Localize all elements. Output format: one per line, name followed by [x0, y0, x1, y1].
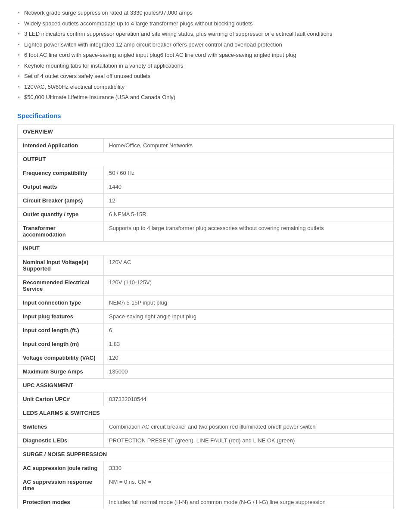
- row-value: NEMA 5-15P input plug: [104, 296, 394, 309]
- row-label: Input cord length (m): [18, 337, 104, 351]
- group-header: OVERVIEW: [18, 124, 394, 138]
- row-label: Nominal Input Voltage(s) Supported: [18, 255, 104, 275]
- row-value: 120V AC: [104, 255, 394, 275]
- row-label: Frequency compatibility: [18, 166, 104, 180]
- row-value: Supports up to 4 large transformer plug …: [104, 221, 394, 241]
- table-row: Input connection typeNEMA 5-15P input pl…: [18, 296, 394, 309]
- row-value: Home/Office, Computer Networks: [104, 138, 394, 152]
- group-header: UPC ASSIGNMENT: [18, 378, 394, 392]
- row-value: NM = 0 ns. CM =: [104, 475, 394, 495]
- feature-list: Network grade surge suppression rated at…: [17, 9, 394, 102]
- group-header: LEDS ALARMS & SWITCHES: [18, 406, 394, 420]
- table-row: AC suppression joule rating3330: [18, 461, 394, 475]
- row-value: 6 NEMA 5-15R: [104, 207, 394, 221]
- table-row: Unit Carton UPC#037332010544: [18, 392, 394, 406]
- table-row: Input cord length (ft.)6: [18, 323, 394, 337]
- row-label: Switches: [18, 420, 104, 433]
- feature-item: Widely spaced outlets accommodate up to …: [17, 19, 394, 28]
- row-label: Intended Application: [18, 138, 104, 152]
- specifications-table: OVERVIEWIntended ApplicationHome/Office,…: [17, 124, 394, 509]
- table-row: Output watts1440: [18, 180, 394, 193]
- row-label: Protection modes: [18, 495, 104, 509]
- row-label: Input plug features: [18, 309, 104, 323]
- table-row: Maximum Surge Amps135000: [18, 364, 394, 378]
- table-row: SwitchesCombination AC circuit breaker a…: [18, 420, 394, 433]
- table-row: Intended ApplicationHome/Office, Compute…: [18, 138, 394, 152]
- group-header: INPUT: [18, 241, 394, 255]
- table-row: Circuit Breaker (amps)12: [18, 193, 394, 207]
- feature-item: 3 LED indicators confirm suppressor oper…: [17, 30, 394, 38]
- row-label: Input cord length (ft.): [18, 323, 104, 337]
- table-row: Input plug featuresSpace-saving right an…: [18, 309, 394, 323]
- row-label: Maximum Surge Amps: [18, 364, 104, 378]
- feature-item: $50,000 Ultimate Lifetime Insurance (USA…: [17, 93, 394, 102]
- table-row: AC suppression response timeNM = 0 ns. C…: [18, 475, 394, 495]
- feature-item: 120VAC, 50/60Hz electrical compatibility: [17, 83, 394, 91]
- table-row: Frequency compatibility50 / 60 Hz: [18, 166, 394, 180]
- row-value: PROTECTION PRESENT (green), LINE FAULT (…: [104, 433, 394, 447]
- table-row: Recommended Electrical Service120V (110-…: [18, 275, 394, 296]
- row-value: 037332010544: [104, 392, 394, 406]
- row-value: 50 / 60 Hz: [104, 166, 394, 180]
- row-label: AC suppression joule rating: [18, 461, 104, 475]
- row-label: Recommended Electrical Service: [18, 275, 104, 296]
- row-label: Unit Carton UPC#: [18, 392, 104, 406]
- table-row: Diagnostic LEDsPROTECTION PRESENT (green…: [18, 433, 394, 447]
- row-value: 6: [104, 323, 394, 337]
- row-value: 3330: [104, 461, 394, 475]
- row-label: AC suppression response time: [18, 475, 104, 495]
- group-header: OUTPUT: [18, 152, 394, 166]
- table-row: Transformer accommodationSupports up to …: [18, 221, 394, 241]
- row-value: Space-saving right angle input plug: [104, 309, 394, 323]
- row-value: 1.83: [104, 337, 394, 351]
- table-row: Outlet quantity / type6 NEMA 5-15R: [18, 207, 394, 221]
- row-label: Output watts: [18, 180, 104, 193]
- row-value: Includes full normal mode (H-N) and comm…: [104, 495, 394, 509]
- table-row: Protection modesIncludes full normal mod…: [18, 495, 394, 509]
- specifications-title: Specifications: [17, 112, 394, 119]
- row-value: 120V (110-125V): [104, 275, 394, 296]
- table-row: Input cord length (m)1.83: [18, 337, 394, 351]
- row-value: 135000: [104, 364, 394, 378]
- row-label: Outlet quantity / type: [18, 207, 104, 221]
- feature-item: Set of 4 outlet covers safely seal off u…: [17, 72, 394, 81]
- row-label: Input connection type: [18, 296, 104, 309]
- row-value: 12: [104, 193, 394, 207]
- feature-item: Network grade surge suppression rated at…: [17, 9, 394, 17]
- row-label: Transformer accommodation: [18, 221, 104, 241]
- feature-item: Lighted power switch with integrated 12 …: [17, 40, 394, 49]
- row-label: Circuit Breaker (amps): [18, 193, 104, 207]
- row-value: 1440: [104, 180, 394, 193]
- table-row: Nominal Input Voltage(s) Supported120V A…: [18, 255, 394, 275]
- row-label: Voltage compatibility (VAC): [18, 351, 104, 364]
- table-row: Voltage compatibility (VAC)120: [18, 351, 394, 364]
- row-value: Combination AC circuit breaker and two p…: [104, 420, 394, 433]
- feature-item: 6 foot AC line cord with space-saving an…: [17, 51, 394, 59]
- feature-item: Keyhole mounting tabs for installation i…: [17, 62, 394, 70]
- row-value: 120: [104, 351, 394, 364]
- group-header: SURGE / NOISE SUPPRESSION: [18, 447, 394, 461]
- row-label: Diagnostic LEDs: [18, 433, 104, 447]
